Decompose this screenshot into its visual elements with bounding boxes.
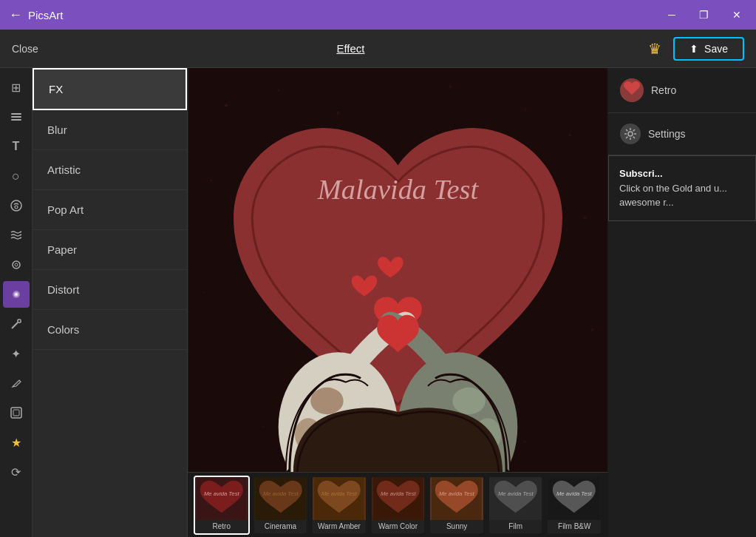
svg-point-17 xyxy=(337,112,340,115)
save-icon: ⬆ xyxy=(689,43,698,55)
svg-point-22 xyxy=(583,216,586,219)
sidebar-sparkle[interactable]: ✦ xyxy=(3,340,30,367)
sidebar-lines[interactable] xyxy=(3,222,30,249)
svg-text:Me avida Test: Me avida Test xyxy=(262,490,299,497)
back-button[interactable]: ← xyxy=(9,7,22,23)
svg-rect-11 xyxy=(18,320,21,322)
svg-point-19 xyxy=(524,108,526,110)
film-thumb-sunny: Me avida Test xyxy=(430,477,483,520)
svg-point-21 xyxy=(210,179,212,181)
icon-sidebar: ⊞ T ○ ✦ ★ ⟳ xyxy=(0,68,33,537)
subscribe-title: Subscri... xyxy=(619,168,663,179)
settings-label: Settings xyxy=(648,128,686,140)
svg-point-23 xyxy=(202,291,205,294)
svg-point-6 xyxy=(15,263,18,266)
film-label-bw: Film B&W xyxy=(548,520,601,533)
sidebar-star[interactable]: ★ xyxy=(3,429,30,456)
svg-text:Me avida Test: Me avida Test xyxy=(321,490,358,497)
svg-point-25 xyxy=(262,426,265,428)
svg-point-30 xyxy=(310,388,343,414)
sidebar-frame[interactable] xyxy=(3,399,30,426)
effect-blur[interactable]: Blur xyxy=(33,110,187,150)
film-label-warm-amber: Warm Amber xyxy=(313,520,366,533)
svg-rect-2 xyxy=(11,119,21,121)
svg-point-15 xyxy=(225,104,228,107)
sidebar-text[interactable]: T xyxy=(3,133,30,160)
sidebar-tools[interactable] xyxy=(3,311,30,337)
film-sunny[interactable]: Me avida Test Sunny xyxy=(429,476,485,535)
svg-point-24 xyxy=(590,328,593,331)
artwork-svg: Malavida Test xyxy=(188,68,608,472)
film-label-retro: Retro xyxy=(195,520,248,533)
retro-label: Retro xyxy=(651,84,676,96)
effect-paper[interactable]: Paper xyxy=(33,230,187,270)
effect-popart[interactable]: Pop Art xyxy=(33,190,187,230)
film-thumb-warm-color: Me avida Test xyxy=(372,477,425,520)
sidebar-grid[interactable]: ⊞ xyxy=(3,74,30,101)
film-bw[interactable]: Me avida Test Film B&W xyxy=(546,476,602,535)
sidebar-adjust[interactable]: ⟳ xyxy=(3,459,30,485)
filmstrip: Me avida Test Retro Me avida Test Cinera… xyxy=(188,472,608,537)
sidebar-lens[interactable] xyxy=(3,251,30,278)
subscribe-text: Click on the Gold and u... awesome r... xyxy=(619,183,727,209)
svg-point-9 xyxy=(15,294,17,296)
film-label-cinerama: Cinerama xyxy=(254,520,307,533)
film-label-warm-color: Warm Color xyxy=(372,520,425,533)
save-button[interactable]: ⬆ Save xyxy=(673,37,744,61)
window-controls: ─ ❐ ✕ xyxy=(662,6,747,24)
film-warm-color[interactable]: Me avida Test Warm Color xyxy=(370,476,426,535)
film-thumb-retro: Me avida Test xyxy=(195,477,248,520)
close-window-button[interactable]: ✕ xyxy=(726,6,747,24)
svg-point-32 xyxy=(452,388,485,414)
svg-point-49 xyxy=(628,132,633,136)
restore-button[interactable]: ❐ xyxy=(693,6,715,24)
svg-text:Me avida Test: Me avida Test xyxy=(498,490,534,497)
film-cinerama[interactable]: Me avida Test Cinerama xyxy=(253,476,309,535)
svg-point-18 xyxy=(449,85,452,88)
svg-point-4 xyxy=(15,206,18,209)
svg-point-5 xyxy=(13,261,20,268)
crown-icon: ♛ xyxy=(648,40,661,58)
titlebar: ← PicsArt ─ ❐ ✕ xyxy=(0,0,756,30)
svg-line-10 xyxy=(12,322,18,328)
sidebar-layers[interactable] xyxy=(3,104,30,130)
film-thumb-warm-amber: Me avida Test xyxy=(313,477,366,520)
film-warm-amber[interactable]: Me avida Test Warm Amber xyxy=(311,476,367,535)
film-label-film: Film xyxy=(489,520,542,533)
svg-rect-0 xyxy=(11,113,21,115)
sidebar-sticker[interactable] xyxy=(3,192,30,219)
retro-item[interactable]: Retro xyxy=(608,68,756,113)
effect-artistic[interactable]: Artistic xyxy=(33,150,187,190)
toolbar-title: Effect xyxy=(53,42,648,55)
svg-point-20 xyxy=(568,134,571,137)
minimize-button[interactable]: ─ xyxy=(662,6,681,24)
sidebar-effects[interactable] xyxy=(3,281,30,308)
settings-gear-icon xyxy=(620,124,641,144)
settings-item[interactable]: Settings xyxy=(608,113,756,155)
svg-text:Me avida Test: Me avida Test xyxy=(204,490,240,497)
main-content: ⊞ T ○ ✦ ★ ⟳ FX xyxy=(0,68,756,537)
svg-point-26 xyxy=(523,441,526,444)
film-thumb-cinerama: Me avida Test xyxy=(254,477,307,520)
subscribe-tooltip: Subscri... Click on the Gold and u... aw… xyxy=(608,155,756,221)
svg-text:Me avida Test: Me avida Test xyxy=(381,490,417,497)
close-label[interactable]: Close xyxy=(12,43,38,55)
film-retro[interactable]: Me avida Test Retro xyxy=(194,476,250,535)
svg-text:Malavida Test: Malavida Test xyxy=(317,174,480,205)
sidebar-pen[interactable] xyxy=(3,370,30,396)
toolbar: Close Effect ♛ ⬆ Save xyxy=(0,30,756,68)
effect-fx[interactable]: FX xyxy=(33,68,187,110)
film-thumb-film: Me avida Test xyxy=(489,477,542,520)
film-thumb-bw: Me avida Test xyxy=(548,477,601,520)
effect-colors[interactable]: Colors xyxy=(33,310,187,350)
svg-text:Me avida Test: Me avida Test xyxy=(556,490,593,497)
svg-rect-13 xyxy=(13,410,19,416)
film-film[interactable]: Me avida Test Film xyxy=(488,476,544,535)
app-title: PicsArt xyxy=(28,9,64,21)
film-label-sunny: Sunny xyxy=(430,520,483,533)
save-label: Save xyxy=(704,43,728,55)
effect-distort[interactable]: Distort xyxy=(33,270,187,310)
retro-avatar xyxy=(620,78,644,102)
right-panel: Retro Settings Subscri... Click on the G… xyxy=(608,68,756,537)
sidebar-shape[interactable]: ○ xyxy=(3,163,30,189)
